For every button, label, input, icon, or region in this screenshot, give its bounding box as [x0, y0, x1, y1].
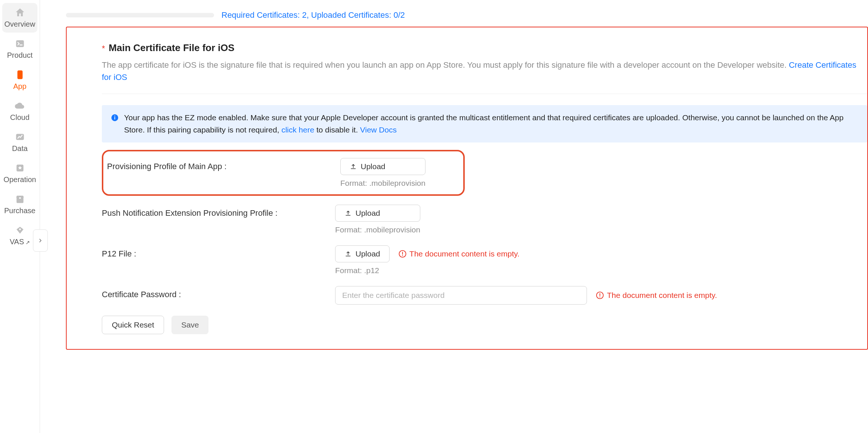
svg-rect-5 — [19, 197, 21, 199]
save-button[interactable]: Save — [171, 316, 208, 334]
sidebar-item-data[interactable]: Data — [2, 127, 37, 157]
sidebar-item-operation[interactable]: Operation — [2, 158, 37, 188]
progress-bar — [66, 13, 214, 17]
required-star-icon: * — [102, 44, 105, 53]
package-icon — [14, 193, 26, 205]
sidebar: Overview Product App Cloud Data Operatio… — [0, 0, 40, 433]
disable-link[interactable]: click here — [281, 125, 314, 134]
push-ext-label: Push Notification Extension Provisioning… — [102, 205, 335, 218]
chart-icon — [14, 131, 26, 143]
sidebar-item-product[interactable]: Product — [2, 34, 37, 64]
push-ext-row: Push Notification Extension Provisioning… — [102, 205, 867, 234]
sidebar-item-purchase[interactable]: Purchase — [2, 189, 37, 219]
cert-password-label: Certificate Password : — [102, 286, 335, 299]
sidebar-item-label: Overview — [4, 20, 35, 28]
highlight-provisioning-main: Provisioning Profile of Main App : Uploa… — [102, 150, 465, 196]
error-icon — [596, 291, 604, 299]
upload-icon — [344, 209, 352, 217]
terminal-icon — [14, 38, 26, 50]
upload-p12-button[interactable]: Upload — [335, 245, 390, 262]
tag-icon — [14, 224, 26, 236]
format-hint: Format: .mobileprovision — [335, 225, 420, 234]
view-docs-link[interactable]: View Docs — [360, 125, 397, 134]
sidebar-item-overview[interactable]: Overview — [2, 3, 37, 33]
external-link-icon: ↗ — [26, 239, 30, 245]
info-icon — [111, 113, 119, 121]
section-title-row: * Main Certificate File for iOS — [102, 42, 867, 54]
certificate-form-card: * Main Certificate File for iOS The app … — [66, 27, 868, 350]
sidebar-item-label: VAS↗ — [10, 238, 30, 246]
upload-icon — [350, 163, 357, 170]
sidebar-item-vas[interactable]: VAS↗ — [2, 221, 37, 250]
main-content: Required Certificates: 2, Uploaded Certi… — [40, 0, 868, 433]
svg-rect-2 — [19, 71, 21, 72]
p12-label: P12 File : — [102, 245, 335, 259]
phone-icon — [14, 69, 26, 81]
p12-row: P12 File : Upload The document content i… — [102, 245, 867, 275]
format-hint: Format: .p12 — [335, 266, 520, 275]
svg-rect-0 — [16, 40, 24, 47]
svg-rect-11 — [402, 252, 403, 255]
cert-password-row: Certificate Password : The document cont… — [102, 286, 867, 305]
section-description: The app certificate for iOS is the signa… — [102, 59, 861, 83]
star-badge-icon — [14, 162, 26, 174]
upload-icon — [344, 250, 352, 258]
sidebar-item-label: Operation — [4, 175, 36, 184]
sidebar-item-label: Cloud — [10, 113, 29, 121]
svg-rect-14 — [600, 293, 600, 296]
cloud-icon — [14, 100, 26, 112]
form-buttons: Quick Reset Save — [102, 316, 867, 334]
home-icon — [14, 7, 26, 19]
sidebar-item-label: Purchase — [4, 207, 36, 215]
format-hint: Format: .mobileprovision — [340, 179, 425, 188]
info-banner: Your app has the EZ mode enabled. Make s… — [102, 105, 867, 142]
cert-password-error: The document content is empty. — [596, 291, 717, 300]
sidebar-item-cloud[interactable]: Cloud — [2, 96, 37, 126]
upload-push-ext-button[interactable]: Upload — [335, 205, 420, 222]
sidebar-item-label: Product — [7, 51, 33, 59]
svg-rect-8 — [114, 117, 115, 119]
upload-provisioning-main-button[interactable]: Upload — [340, 158, 425, 175]
svg-point-9 — [114, 115, 115, 116]
svg-point-6 — [19, 228, 21, 230]
progress-row: Required Certificates: 2, Uploaded Certi… — [66, 0, 868, 27]
svg-point-12 — [402, 255, 403, 256]
p12-error: The document content is empty. — [398, 249, 520, 258]
info-banner-text: Your app has the EZ mode enabled. Make s… — [124, 112, 858, 136]
progress-text: Required Certificates: 2, Uploaded Certi… — [221, 10, 405, 20]
sidebar-item-label: App — [13, 82, 27, 90]
quick-reset-button[interactable]: Quick Reset — [102, 316, 164, 334]
sidebar-item-label: Data — [12, 144, 27, 152]
sidebar-item-app[interactable]: App — [2, 65, 37, 95]
svg-point-15 — [600, 296, 600, 297]
section-title: Main Certificate File for iOS — [109, 42, 235, 54]
error-icon — [398, 250, 407, 258]
provisioning-main-label: Provisioning Profile of Main App : — [107, 158, 340, 171]
divider — [102, 94, 867, 94]
cert-password-input[interactable] — [335, 286, 587, 305]
